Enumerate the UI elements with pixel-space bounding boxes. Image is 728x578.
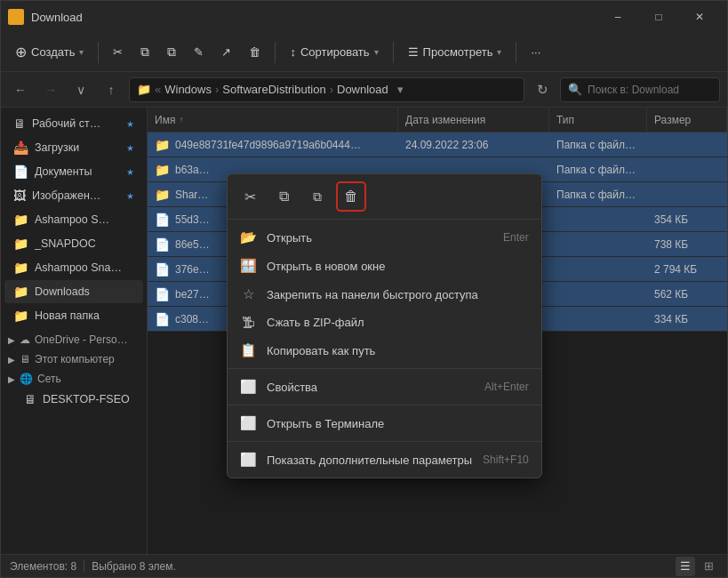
sidebar-item-snapdoc[interactable]: 📁 _SNAPDOC [4,232,143,255]
ctx-copy-path-icon: 📋 [240,342,256,358]
sidebar-item-ashampoo-sna[interactable]: 📁 Ashampoo Sna… [4,256,143,279]
delete-icon: 🗑 [249,45,260,59]
table-row[interactable]: 📁049e88731fe47d9896a9719a6b0444… 24.09.2… [148,132,727,157]
grid-view-button[interactable]: ⊞ [699,557,718,576]
ctx-sep-3 [228,441,541,442]
rename-button[interactable]: ✎ [187,41,211,63]
col-size[interactable]: Размер [647,108,727,132]
window-title: Download [31,11,597,24]
paste-button[interactable]: ⧉ [160,40,183,64]
ctx-terminal-label: Открыть в Терминале [267,417,529,430]
copy-button[interactable]: ⧉ [133,40,156,64]
onedrive-icon: ☁ [20,333,30,346]
network-chevron: ▶ [8,374,15,384]
file-icon-3: 📄 [155,213,170,227]
window-icon [8,9,24,25]
col-name[interactable]: Имя ↑ [148,108,398,132]
address-arr-2: › [330,83,333,96]
pin-icon-documents: ★ [126,167,134,177]
sidebar-item-documents[interactable]: 📄 Документы ★ [4,160,143,183]
onedrive-label: OneDrive - Perso… [35,333,128,346]
sidebar: 🖥 Рабочий ст… ★ 📥 Загрузки ★ 📄 Документы… [1,108,148,554]
up-button[interactable]: ↑ [99,77,124,102]
documents-icon: 📄 [13,165,28,179]
sort-asc-icon: ↑ [179,115,183,124]
view-button[interactable]: ☰ Просмотреть ▾ [401,41,509,63]
col-date[interactable]: Дата изменения [398,108,549,132]
sidebar-item-desktop-fseo[interactable]: 🖥 DESKTOP-FSEO [4,388,143,411]
context-menu: ✂ ⧉ ⧉ 🗑 📂 Открыть Enter 🪟 Открыть в ново… [227,173,542,478]
downloads-folder-icon: 📁 [13,285,28,299]
status-elements: Элементов: 8 [10,560,76,573]
ctx-terminal-icon: ⬜ [240,415,256,431]
thispc-icon: 🖥 [20,353,30,365]
statusbar-right: ☰ ⊞ [676,557,718,576]
sidebar-group-thispc[interactable]: ▶ 🖥 Этот компьютер [1,348,147,367]
more-button[interactable]: ··· [524,41,548,63]
cut-icon: ✂ [113,45,123,59]
close-button[interactable]: ✕ [679,1,720,33]
forward-button[interactable]: → [38,77,63,102]
ctx-more-params-item[interactable]: ⬜ Показать дополнительные параметры Shif… [228,446,541,474]
context-menu-topbar: ✂ ⧉ ⧉ 🗑 [228,178,541,220]
address-dropdown[interactable]: ▾ [392,77,410,102]
list-view-button[interactable]: ☰ [676,557,695,576]
sort-button[interactable]: ↕ Сортировать ▾ [283,41,385,63]
create-button[interactable]: ⊕ Создать ▾ [8,39,91,65]
file-list-header: Имя ↑ Дата изменения Тип Размер [148,108,727,132]
search-input[interactable] [588,84,712,96]
ctx-copy-button[interactable]: ⧉ [268,181,299,212]
ctx-paste-button[interactable]: ⧉ [302,181,332,212]
refresh-button[interactable]: ↻ [530,77,555,102]
ctx-zip-item[interactable]: 🗜 Сжать в ZIP-файл [228,309,541,336]
address-download: Download [337,83,388,96]
ctx-open-shortcut: Enter [503,231,529,244]
ctx-open-item[interactable]: 📂 Открыть Enter [228,223,541,252]
sidebar-group-onedrive[interactable]: ▶ ☁ OneDrive - Perso… [1,328,147,348]
col-type[interactable]: Тип [549,108,647,132]
share-button[interactable]: ↗ [214,41,238,63]
sidebar-item-downloads[interactable]: 📥 Загрузки ★ [4,136,143,159]
maximize-button[interactable]: □ [638,1,679,33]
ctx-zip-icon: 🗜 [240,315,256,330]
delete-button[interactable]: 🗑 [242,41,268,63]
ctx-delete-button[interactable]: 🗑 [336,181,366,212]
ctx-open-new-label: Открыть в новом окне [267,260,518,273]
address-box[interactable]: 📁 « Windows › SoftwareDistribution › Dow… [129,77,524,102]
sidebar-item-ashampoo-s[interactable]: 📁 Ashampoo S… [4,208,143,231]
ctx-open-label: Открыть [267,231,492,245]
network-label: Сеть [37,373,61,385]
address-folder-icon: 📁 [137,83,151,96]
address-softwaredist: SoftwareDistribution [222,83,325,96]
minimize-button[interactable]: – [597,1,638,33]
cut-button[interactable]: ✂ [106,41,130,63]
snapdoc-icon: 📁 [13,237,28,251]
ctx-open-new-window-item[interactable]: 🪟 Открыть в новом окне [228,252,541,280]
sidebar-item-pictures[interactable]: 🖼 Изображен… ★ [4,184,143,207]
back-button[interactable]: ← [8,77,33,102]
sidebar-item-downloads-folder[interactable]: 📁 Downloads [4,280,143,303]
ctx-pin-icon: ☆ [240,286,256,302]
pictures-icon: 🖼 [13,189,26,203]
ctx-copy-path-item[interactable]: 📋 Копировать как путь [228,336,541,365]
ctx-properties-item[interactable]: ⬜ Свойства Alt+Enter [228,373,541,401]
search-icon: 🔍 [568,83,582,96]
ctx-cut-button[interactable]: ✂ [235,181,265,212]
sidebar-item-new-folder[interactable]: 📁 Новая папка [4,304,143,327]
ctx-props-icon: ⬜ [240,379,256,395]
search-box[interactable]: 🔍 [560,77,720,102]
ctx-props-label: Свойства [267,381,474,394]
status-separator [84,560,84,573]
file-icon-6: 📄 [155,287,170,301]
toolbar-sep-4 [516,42,516,63]
sidebar-group-network[interactable]: ▶ 🌐 Сеть [1,367,147,387]
ctx-pin-item[interactable]: ☆ Закрепить на панели быстрого доступа [228,280,541,309]
ctx-terminal-item[interactable]: ⬜ Открыть в Терминале [228,409,541,438]
ctx-more-params-shortcut: Shift+F10 [483,454,529,466]
ctx-sep-1 [228,368,541,369]
pin-icon-pictures: ★ [126,191,134,201]
view-icon: ☰ [408,45,419,59]
sidebar-item-desktop[interactable]: 🖥 Рабочий ст… ★ [4,112,143,135]
recent-button[interactable]: ∨ [68,77,93,102]
downloads-icon: 📥 [13,140,28,155]
